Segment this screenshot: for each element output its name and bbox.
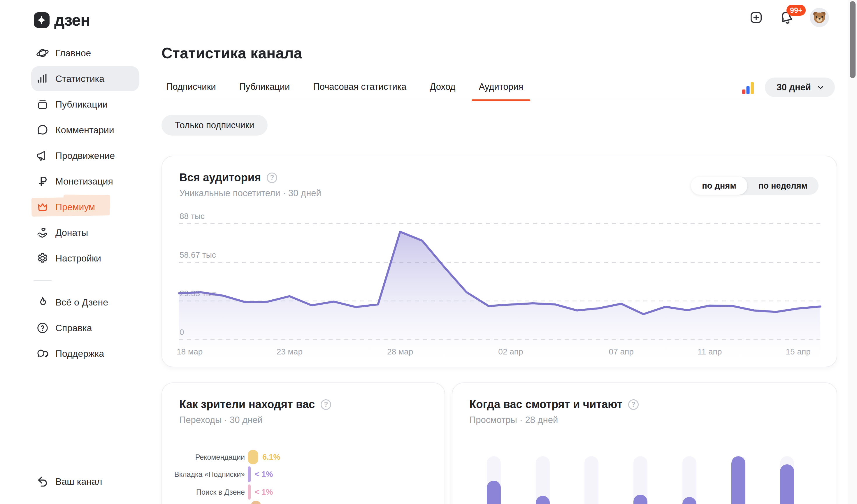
traffic-sources-card: Как зрители находят вас ? Переходы · 30 … <box>162 383 445 504</box>
watch-time-bar-fill <box>536 496 550 504</box>
back-arrow-icon <box>36 475 49 488</box>
sidebar-item-help[interactable]: Справка <box>0 315 154 341</box>
chevron-down-icon <box>816 83 825 92</box>
watch-time-bar-fill <box>683 497 696 504</box>
sidebar-item-settings[interactable]: Настройки <box>0 246 154 271</box>
page-title: Статистика канала <box>162 44 302 62</box>
watch-time-bar-track <box>536 456 550 504</box>
watch-time-bar-fill <box>780 464 794 504</box>
y-axis-tick: 88 тыс <box>180 212 205 223</box>
toggle-by-days[interactable]: по дням <box>691 177 747 195</box>
tabs: Подписчики Публикации Почасовая статисти… <box>166 73 523 100</box>
publications-icon <box>36 98 49 111</box>
question-icon <box>36 321 49 335</box>
donate-icon <box>36 226 49 239</box>
audience-card: Вся аудитория ? Уникальные посетители · … <box>162 156 837 367</box>
period-select[interactable]: 30 дней <box>765 78 835 97</box>
ruble-icon <box>36 174 49 188</box>
tab-hourly-statistics[interactable]: Почасовая статистика <box>313 73 406 100</box>
notifications-badge: 99+ <box>787 5 806 16</box>
sidebar-item-publications[interactable]: Публикации <box>0 91 154 117</box>
tab-audience[interactable]: Аудитория <box>478 73 523 100</box>
granularity-toggle: по дням по неделям <box>691 177 819 195</box>
sidebar-item-comments[interactable]: Комментарии <box>0 117 154 143</box>
traffic-row-value: < 1% <box>255 488 273 497</box>
scrollbar-thumb[interactable] <box>850 1 856 78</box>
flame-icon <box>36 296 49 309</box>
watch-time-bar-fill <box>634 495 648 504</box>
traffic-row-bar <box>248 485 251 500</box>
bar-chart-icon <box>36 72 49 85</box>
traffic-row: Рекомендации6.1% <box>162 450 281 464</box>
megaphone-icon <box>36 149 49 162</box>
create-button[interactable] <box>749 11 763 24</box>
gear-icon <box>36 252 49 265</box>
crown-icon <box>36 200 49 214</box>
sidebar-nav: Главное Статистика Публикации Комментари… <box>0 40 154 366</box>
avatar[interactable] <box>810 8 829 27</box>
tabs-row: Подписчики Публикации Почасовая статисти… <box>162 73 835 100</box>
watch-time-card-subtitle: Просмотры · 28 дней <box>469 415 639 425</box>
traffic-row-value: 6.1% <box>262 453 281 462</box>
traffic-row-label: Поиск в Дзене <box>162 488 245 497</box>
sidebar-item-label: Главное <box>55 48 91 58</box>
sidebar-item-label: Статистика <box>55 73 104 84</box>
sidebar-item-main[interactable]: Главное <box>0 40 154 66</box>
watch-time-bar-track <box>585 456 599 504</box>
traffic-row-bar-partial <box>251 501 261 504</box>
sidebar-item-promotion[interactable]: Продвижение <box>0 143 154 168</box>
sidebar: дзен Главное Статистика Публикации Комме… <box>0 0 154 504</box>
tab-subscribers[interactable]: Подписчики <box>166 73 216 100</box>
sidebar-item-support[interactable]: Поддержка <box>0 341 154 366</box>
watch-time-bar-fill <box>487 481 501 504</box>
sidebar-item-statistics[interactable]: Статистика <box>0 66 154 91</box>
sidebar-footer: Ваш канал <box>0 469 154 494</box>
help-icon[interactable]: ? <box>267 172 277 183</box>
sidebar-item-label: Всё о Дзене <box>55 297 108 308</box>
tab-income[interactable]: Доход <box>430 73 455 100</box>
traffic-row: Поиск в Дзене< 1% <box>162 485 273 500</box>
watch-time-card: Когда вас смотрят и читают ? Просмотры ·… <box>452 383 837 504</box>
traffic-row-bar <box>248 466 251 482</box>
sidebar-item-donations[interactable]: Донаты <box>0 220 154 246</box>
sidebar-item-label: Ваш канал <box>55 476 102 487</box>
watch-time-bar-track <box>634 456 648 504</box>
planet-icon <box>36 46 49 60</box>
audience-card-header: Вся аудитория ? Уникальные посетители · … <box>179 171 321 199</box>
traffic-row-label: Вкладка «Подписки» <box>162 470 245 478</box>
support-icon <box>36 347 49 360</box>
dzen-star-icon <box>34 12 50 28</box>
watch-time-bar-track <box>487 456 501 504</box>
sidebar-item-label: Продвижение <box>55 150 115 161</box>
sidebar-item-about-dzen[interactable]: Всё о Дзене <box>0 289 154 315</box>
watch-time-bar-track <box>732 456 745 504</box>
watch-time-card-header: Когда вас смотрят и читают ? Просмотры ·… <box>469 398 639 425</box>
logo-text: дзен <box>54 11 90 30</box>
notifications-button[interactable]: 99+ <box>778 9 795 26</box>
sidebar-item-label: Поддержка <box>55 348 104 359</box>
sidebar-item-monetization[interactable]: Монетизация <box>0 168 154 194</box>
sidebar-item-label: Настройки <box>55 253 101 264</box>
topbar: 99+ <box>749 0 829 35</box>
sidebar-item-premium[interactable]: Премиум <box>0 194 154 220</box>
watch-time-bar-track <box>683 456 696 504</box>
subscribers-only-chip[interactable]: Только подписчики <box>162 115 268 136</box>
sidebar-item-label: Комментарии <box>55 125 114 136</box>
help-icon[interactable]: ? <box>321 399 331 410</box>
metrica-icon[interactable] <box>742 81 754 94</box>
help-icon[interactable]: ? <box>628 399 639 410</box>
sidebar-item-label: Публикации <box>55 99 107 110</box>
watch-time-bar-fill <box>732 456 745 504</box>
dzen-logo[interactable]: дзен <box>34 11 90 30</box>
sidebar-item-label: Премиум <box>55 202 95 213</box>
dzen-studio-screen: дзен Главное Статистика Публикации Комме… <box>0 0 857 504</box>
sidebar-item-your-channel[interactable]: Ваш канал <box>0 469 154 494</box>
traffic-row-value: < 1% <box>255 470 273 479</box>
watch-time-card-title: Когда вас смотрят и читают <box>469 398 622 411</box>
traffic-row-bar <box>248 450 258 464</box>
toggle-by-weeks[interactable]: по неделям <box>747 177 819 195</box>
traffic-row: Вкладка «Подписки»< 1% <box>162 466 273 482</box>
watch-time-bar-track <box>780 456 794 504</box>
scrollbar <box>848 0 857 504</box>
tab-publications[interactable]: Публикации <box>239 73 290 100</box>
